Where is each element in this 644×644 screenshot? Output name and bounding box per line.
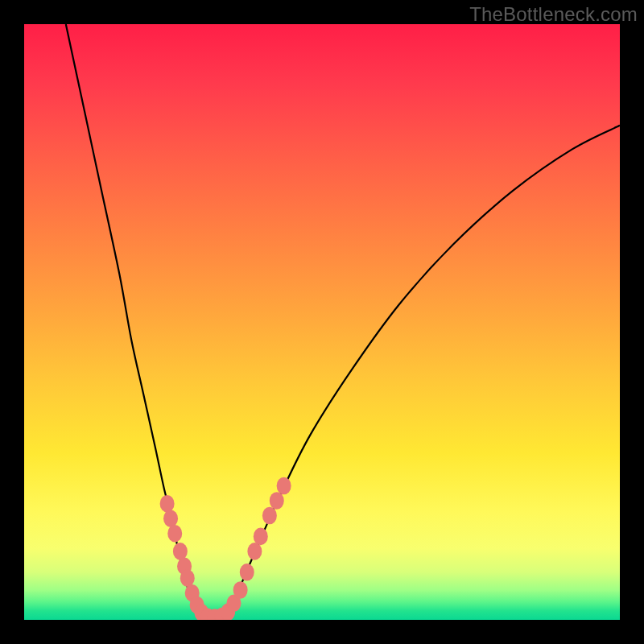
curve-path [66, 24, 620, 619]
data-marker [180, 569, 195, 587]
data-marker [254, 528, 268, 546]
data-marker [173, 543, 188, 560]
data-marker [270, 492, 284, 510]
data-marker [240, 564, 254, 581]
data-marker [160, 495, 175, 513]
markers-group [160, 477, 291, 620]
chart-frame: TheBottleneck.com [0, 0, 644, 644]
data-marker [233, 581, 248, 599]
watermark-text: TheBottleneck.com [469, 3, 638, 26]
curve-group [66, 24, 620, 619]
data-marker [277, 477, 291, 495]
data-marker [163, 510, 178, 527]
chart-svg [24, 24, 620, 620]
plot-area [24, 24, 620, 620]
data-marker [247, 543, 262, 560]
data-marker [167, 525, 182, 543]
data-marker [262, 507, 277, 525]
